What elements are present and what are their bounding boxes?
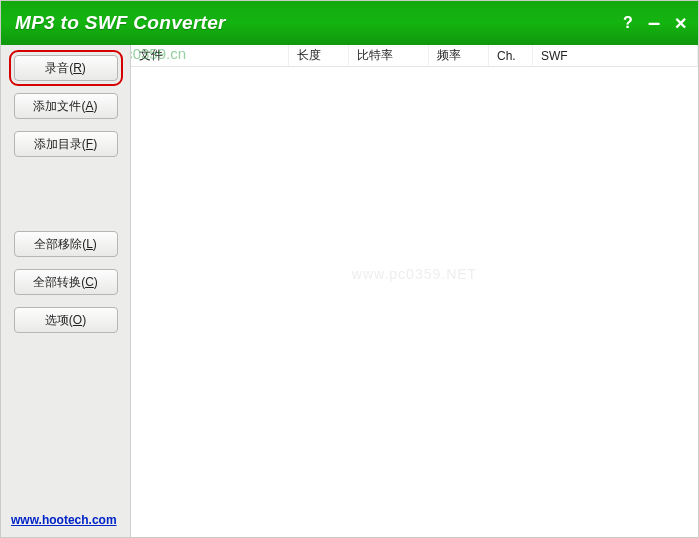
record-button[interactable]: 录音(R) [14,55,118,81]
remove-all-button-label: 全部移除(L) [34,236,97,253]
minimize-button[interactable]: – [646,15,662,31]
col-header-frequency[interactable]: 频率 [429,45,489,66]
record-button-label: 录音(R) [45,60,86,77]
options-button[interactable]: 选项(O) [14,307,118,333]
help-button[interactable]: ? [620,15,636,31]
col-header-length[interactable]: 长度 [289,45,349,66]
col-header-file[interactable]: 文件 [131,45,289,66]
convert-all-button-label: 全部转换(C) [33,274,98,291]
window-controls: ? – ✕ [620,15,688,31]
main-panel: 文件 长度 比特率 频率 Ch. SWF www.pc0359.NET [131,45,698,537]
add-file-button-label: 添加文件(A) [33,98,97,115]
add-file-button[interactable]: 添加文件(A) [14,93,118,119]
convert-all-button[interactable]: 全部转换(C) [14,269,118,295]
center-watermark: www.pc0359.NET [352,266,477,282]
col-header-channels[interactable]: Ch. [489,45,533,66]
window-body: 录音(R) 添加文件(A) 添加目录(F) 全部移除(L) 全部转换(C) 选项… [1,45,698,537]
table-header: 文件 长度 比特率 频率 Ch. SWF [131,45,698,67]
app-window: 河东软件园 www.pc0359.cn MP3 to SWF Converter… [0,0,699,538]
col-header-bitrate[interactable]: 比特率 [349,45,429,66]
titlebar: MP3 to SWF Converter ? – ✕ [1,1,698,45]
vendor-link-row: www.hootech.com [11,513,117,527]
window-title: MP3 to SWF Converter [15,12,226,34]
options-button-label: 选项(O) [45,312,86,329]
add-folder-button-label: 添加目录(F) [34,136,97,153]
remove-all-button[interactable]: 全部移除(L) [14,231,118,257]
vendor-link[interactable]: www.hootech.com [11,513,117,527]
add-folder-button[interactable]: 添加目录(F) [14,131,118,157]
sidebar: 录音(R) 添加文件(A) 添加目录(F) 全部移除(L) 全部转换(C) 选项… [1,45,131,537]
sidebar-spacer [9,169,122,231]
file-list-area[interactable]: www.pc0359.NET [131,67,698,537]
col-header-swf[interactable]: SWF [533,45,698,66]
close-button[interactable]: ✕ [672,15,688,31]
